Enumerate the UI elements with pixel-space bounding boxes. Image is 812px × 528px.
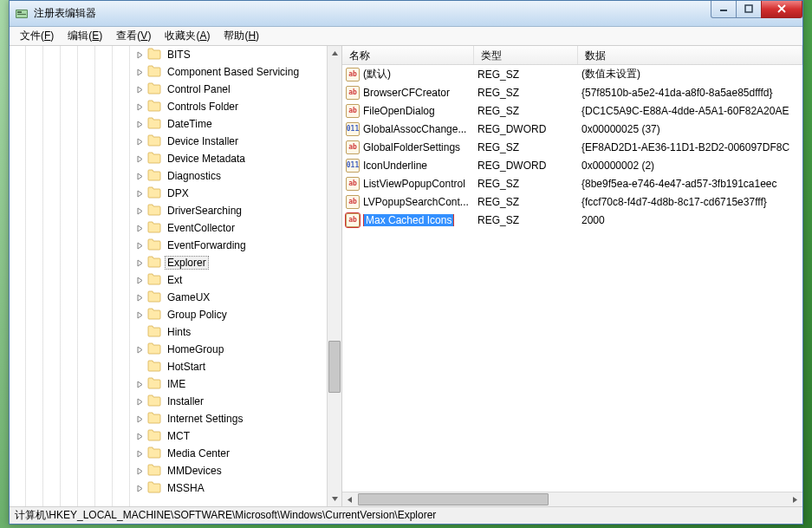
tree-item[interactable]: BITS — [10, 46, 327, 63]
tree-expander-icon[interactable] — [135, 154, 145, 164]
tree-item-label: EventCollector — [165, 221, 237, 235]
tree-expander-icon[interactable] — [135, 432, 145, 441]
reg-dword-icon: 011 — [346, 159, 360, 173]
tree-item[interactable]: Group Policy — [10, 306, 327, 323]
tree-item[interactable]: DriverSearching — [10, 202, 327, 219]
maximize-button[interactable] — [736, 1, 762, 18]
tree-item[interactable]: Internet Settings — [10, 410, 327, 427]
tree-item-label: Media Center — [165, 447, 232, 460]
tree-item[interactable]: Controls Folder — [10, 98, 327, 115]
tree-item[interactable]: MSSHA — [10, 479, 327, 497]
tree-item[interactable]: GameUX — [10, 289, 327, 306]
scroll-down-arrow[interactable] — [328, 492, 341, 506]
minimize-button[interactable] — [711, 1, 737, 18]
tree-item[interactable]: IME — [10, 375, 327, 393]
value-type: REG_SZ — [477, 196, 581, 208]
tree-expander-icon[interactable] — [135, 241, 145, 251]
tree-item-label: Explorer — [165, 256, 209, 270]
tree-item[interactable]: Ext — [10, 271, 327, 289]
menu-f[interactable]: 文件(F) — [13, 27, 61, 45]
list-row[interactable]: abLVPopupSearchCont...REG_SZ{fccf70c8-f4… — [342, 192, 802, 211]
tree-view[interactable]: BITSComponent Based ServicingControl Pan… — [10, 46, 327, 506]
scroll-thumb[interactable] — [328, 341, 341, 393]
tree-item[interactable]: Device Installer — [10, 133, 327, 150]
tree-item[interactable]: Explorer — [10, 254, 327, 271]
folder-icon — [147, 65, 165, 80]
tree-expander-icon[interactable] — [135, 137, 145, 147]
value-name: ListViewPopupControl — [363, 178, 477, 190]
tree-item[interactable]: Component Based Servicing — [10, 63, 327, 81]
tree-item[interactable]: Installer — [10, 393, 327, 410]
tree-expander-icon[interactable] — [135, 449, 145, 459]
tree-item[interactable]: EventForwarding — [10, 237, 327, 254]
tree-expander-icon[interactable] — [135, 68, 145, 77]
tree-expander-icon[interactable] — [135, 466, 145, 476]
tree-item[interactable]: Media Center — [10, 445, 327, 462]
folder-icon — [147, 412, 165, 427]
tree-expander-icon[interactable] — [135, 484, 145, 493]
tree-expander-icon[interactable] — [135, 224, 145, 233]
tree-expander-icon[interactable] — [135, 362, 145, 372]
tree-item-label: Diagnostics — [165, 169, 224, 183]
list-row[interactable]: abMax Cached IconsREG_SZ2000 — [342, 211, 802, 229]
tree-expander-icon[interactable] — [135, 50, 145, 60]
tree-item[interactable]: HomeGroup — [10, 341, 327, 358]
column-type[interactable]: 类型 — [474, 46, 578, 64]
tree-expander-icon[interactable] — [135, 310, 145, 320]
menu-h[interactable]: 帮助(H) — [217, 27, 266, 45]
folder-icon — [147, 377, 165, 392]
tree-expander-icon[interactable] — [135, 258, 145, 268]
tree-expander-icon[interactable] — [135, 102, 145, 112]
list-row[interactable]: 011GlobalAssocChange...REG_DWORD0x000000… — [342, 120, 802, 138]
tree-item[interactable]: Diagnostics — [10, 167, 327, 185]
tree-item-label: BITS — [165, 48, 193, 62]
tree-item[interactable]: MMDevices — [10, 462, 327, 479]
tree-item[interactable]: DPX — [10, 185, 327, 202]
tree-item[interactable]: Control Panel — [10, 81, 327, 98]
column-data[interactable]: 数据 — [578, 46, 802, 64]
tree-expander-icon[interactable] — [135, 380, 145, 389]
list-row[interactable]: abListViewPopupControlREG_SZ{8be9f5ea-e7… — [342, 174, 802, 192]
menu-v[interactable]: 查看(V) — [109, 27, 158, 45]
list-row[interactable]: abFileOpenDialogREG_SZ{DC1C5A9C-E88A-4dd… — [342, 101, 802, 120]
tree-item[interactable]: EventCollector — [10, 219, 327, 237]
scroll-right-arrow[interactable] — [788, 492, 802, 506]
tree-item[interactable]: Hints — [10, 323, 327, 341]
titlebar[interactable]: 注册表编辑器 — [10, 1, 802, 27]
tree-expander-icon[interactable] — [135, 345, 145, 355]
tree-expander-icon[interactable] — [135, 206, 145, 216]
list-header[interactable]: 名称 类型 数据 — [342, 46, 802, 65]
folder-icon — [147, 152, 165, 166]
tree-item[interactable]: MCT — [10, 427, 327, 445]
list-view[interactable]: ab(默认)REG_SZ(数值未设置)abBrowserCFCreatorREG… — [342, 65, 802, 492]
list-row[interactable]: 011IconUnderlineREG_DWORD0x00000002 (2) — [342, 156, 802, 174]
list-row[interactable]: ab(默认)REG_SZ(数值未设置) — [342, 65, 802, 83]
tree-item[interactable]: DateTime — [10, 115, 327, 133]
scroll-up-arrow[interactable] — [328, 46, 341, 61]
close-button[interactable] — [761, 1, 802, 18]
tree-expander-icon[interactable] — [135, 293, 145, 303]
list-horizontal-scrollbar[interactable] — [342, 492, 802, 506]
tree-expander-icon[interactable] — [135, 276, 145, 285]
column-name[interactable]: 名称 — [342, 46, 474, 64]
scroll-left-arrow[interactable] — [342, 492, 357, 506]
tree-expander-icon[interactable] — [135, 120, 145, 129]
tree-expander-icon[interactable] — [135, 189, 145, 199]
menu-a[interactable]: 收藏夹(A) — [158, 27, 217, 45]
tree-item[interactable]: HotStart — [10, 358, 327, 375]
tree-expander-icon[interactable] — [135, 328, 145, 337]
menu-e[interactable]: 编辑(E) — [61, 27, 109, 45]
value-data: 2000 — [581, 214, 802, 226]
tree-expander-icon[interactable] — [135, 397, 145, 407]
folder-icon — [147, 429, 165, 444]
list-row[interactable]: abBrowserCFCreatorREG_SZ{57f8510b-a5e2-4… — [342, 83, 802, 101]
tree-expander-icon[interactable] — [135, 85, 145, 95]
list-row[interactable]: abGlobalFolderSettingsREG_SZ{EF8AD2D1-AE… — [342, 138, 802, 156]
scroll-thumb[interactable] — [358, 493, 549, 505]
tree-expander-icon[interactable] — [135, 414, 145, 424]
tree-item[interactable]: Device Metadata — [10, 150, 327, 167]
tree-expander-icon[interactable] — [135, 172, 145, 181]
tree-vertical-scrollbar[interactable] — [327, 46, 341, 506]
folder-icon — [147, 204, 165, 218]
tree-item-label: IME — [165, 377, 188, 391]
